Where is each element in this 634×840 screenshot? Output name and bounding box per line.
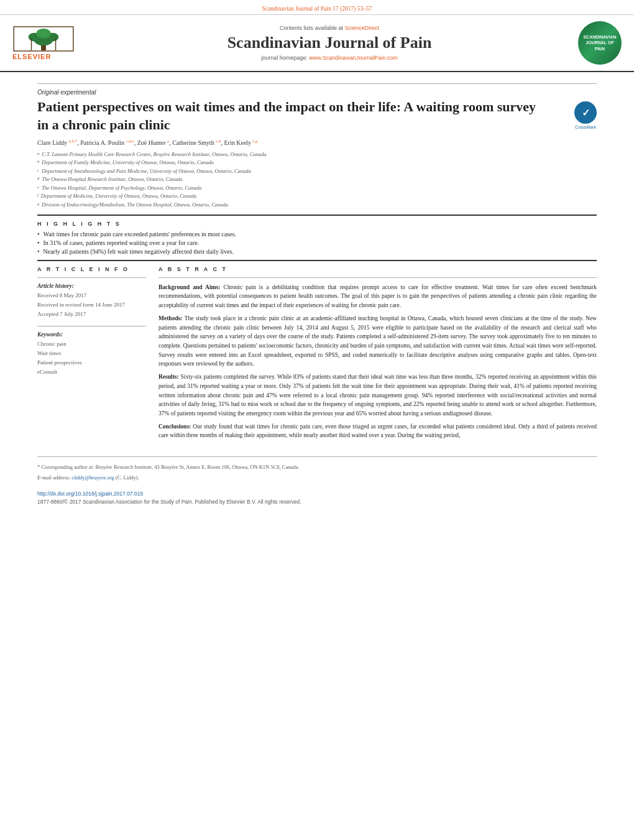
highlight-item-3: • Nearly all patients (94%) felt wait ti… xyxy=(37,248,597,255)
highlight-item-2: • In 31% of cases, patients reported wai… xyxy=(37,239,597,246)
affiliations: aC.T. Lamont Primary Health Care Researc… xyxy=(37,150,597,210)
elsevier-tree-svg xyxy=(12,26,75,52)
divider-after-highlights xyxy=(37,260,597,261)
abstract-background: Background and Aims: Chronic pain is a d… xyxy=(158,283,597,310)
background-label: Background and Aims: xyxy=(158,284,220,290)
journal-title: Scandinavian Journal of Pain xyxy=(87,34,572,52)
abstract-conclusions: Conclusions: Our study found that wait t… xyxy=(158,422,597,440)
journal-homepage: journal homepage: www.ScandinavianJourna… xyxy=(87,55,572,61)
scan-pain-logo-area: SCANDINAVIAN JOURNAL OF PAIN xyxy=(572,21,622,65)
elsevier-logo-area: ELSEVIER xyxy=(12,26,87,60)
scan-pain-logo: SCANDINAVIAN JOURNAL OF PAIN xyxy=(578,21,622,65)
elsevier-wordmark: ELSEVIER xyxy=(12,53,51,60)
page: Scandinavian Journal of Pain 17 (2017) 5… xyxy=(0,0,634,840)
divider-after-affiliations xyxy=(37,215,597,216)
keywords-section: Keywords: Chronic pain Wait times Patien… xyxy=(37,331,146,377)
abstract-column: A B S T R A C T Background and Aims: Chr… xyxy=(158,266,597,445)
background-text: Chronic pain is a debilitating condition… xyxy=(158,284,597,308)
email-link[interactable]: cliddy@bruyere.org xyxy=(71,474,114,481)
elsevier-logo: ELSEVIER xyxy=(12,26,75,60)
divider-abstract xyxy=(158,277,597,278)
conclusions-text: Our study found that wait times for chro… xyxy=(158,423,597,439)
date-received: Received 8 May 2017 xyxy=(37,291,146,300)
keyword-2: Wait times xyxy=(37,349,146,358)
methods-label: Methods: xyxy=(158,315,183,321)
journal-header: ELSEVIER Contents lists available at Sci… xyxy=(0,15,634,72)
section-tag: Original experimental xyxy=(37,89,597,96)
results-text: Sixty-six patients completed the survey.… xyxy=(158,374,597,417)
homepage-link[interactable]: www.ScandinavianJournalPain.com xyxy=(309,55,398,61)
article-info-column: A R T I C L E I N F O Article history: R… xyxy=(37,266,146,445)
authors-line: Clare Liddy a,b,*, Patricia A. Poulin c,… xyxy=(37,139,597,146)
bullet-3: • xyxy=(37,248,40,255)
main-content: Original experimental Patient perspectiv… xyxy=(0,72,634,517)
highlights-title: H I G H L I G H T S xyxy=(37,221,597,227)
copyright-line: 1877-8860/© 2017 Scandinavian Associatio… xyxy=(37,499,597,505)
article-title: Patient perspectives on wait times and t… xyxy=(37,98,547,134)
divider-info xyxy=(37,277,146,278)
bullet-1: • xyxy=(37,231,40,238)
abstract-heading: A B S T R A C T xyxy=(158,266,597,272)
highlights-section: H I G H L I G H T S • Wait times for chr… xyxy=(37,221,597,255)
sciencedirect-link[interactable]: ScienceDirect xyxy=(345,25,380,31)
journal-center: Contents lists available at ScienceDirec… xyxy=(87,25,572,61)
email-label: E-mail address: xyxy=(37,474,70,481)
keywords-label: Keywords: xyxy=(37,331,146,338)
corresponding-note: * Corresponding author at: Bruyère Resea… xyxy=(37,463,597,471)
article-info-heading: A R T I C L E I N F O xyxy=(37,266,146,272)
contents-label: Contents lists available at xyxy=(280,25,343,31)
date-revised: Received in revised form 14 June 2017 xyxy=(37,300,146,310)
crossmark-logo: ✓ xyxy=(574,101,597,124)
abstract-methods: Methods: The study took place in a chron… xyxy=(158,314,597,369)
conclusions-label: Conclusions: xyxy=(158,423,191,430)
two-col-section: A R T I C L E I N F O Article history: R… xyxy=(37,266,597,445)
journal-reference-bar: Scandinavian Journal of Pain 17 (2017) 5… xyxy=(0,0,634,15)
results-label: Results: xyxy=(158,374,179,380)
abstract-results: Results: Sixty-six patients completed th… xyxy=(158,372,597,418)
doi-line: http://dx.doi.org/10.1016/j.sjpain.2017.… xyxy=(37,491,597,497)
journal-ref-link[interactable]: Scandinavian Journal of Pain 17 (2017) 5… xyxy=(262,6,372,12)
keyword-3: Patient perspectives xyxy=(37,358,146,367)
bullet-2: • xyxy=(37,239,40,246)
divider-keywords xyxy=(37,326,146,326)
doi-link[interactable]: http://dx.doi.org/10.1016/j.sjpain.2017.… xyxy=(37,491,143,497)
history-label: Article history: xyxy=(37,283,146,289)
email-suffix: (C. Liddy). xyxy=(116,474,139,481)
divider-top xyxy=(37,83,597,84)
article-title-area: Original experimental Patient perspectiv… xyxy=(37,89,597,210)
keyword-1: Chronic pain xyxy=(37,339,146,349)
svg-point-4 xyxy=(36,28,50,38)
highlight-item-1: • Wait times for chronic pain care excee… xyxy=(37,231,597,238)
article-history: Article history: Received 8 May 2017 Rec… xyxy=(37,283,146,320)
date-accepted: Accepted 7 July 2017 xyxy=(37,310,146,319)
footer-section: * Corresponding author at: Bruyère Resea… xyxy=(37,456,597,511)
abstract-text: Background and Aims: Chronic pain is a d… xyxy=(158,283,597,441)
methods-text: The study took place in a chronic pain c… xyxy=(158,315,597,367)
keyword-4: eConsult xyxy=(37,367,146,377)
email-note: E-mail address: cliddy@bruyere.org (C. L… xyxy=(37,474,597,482)
